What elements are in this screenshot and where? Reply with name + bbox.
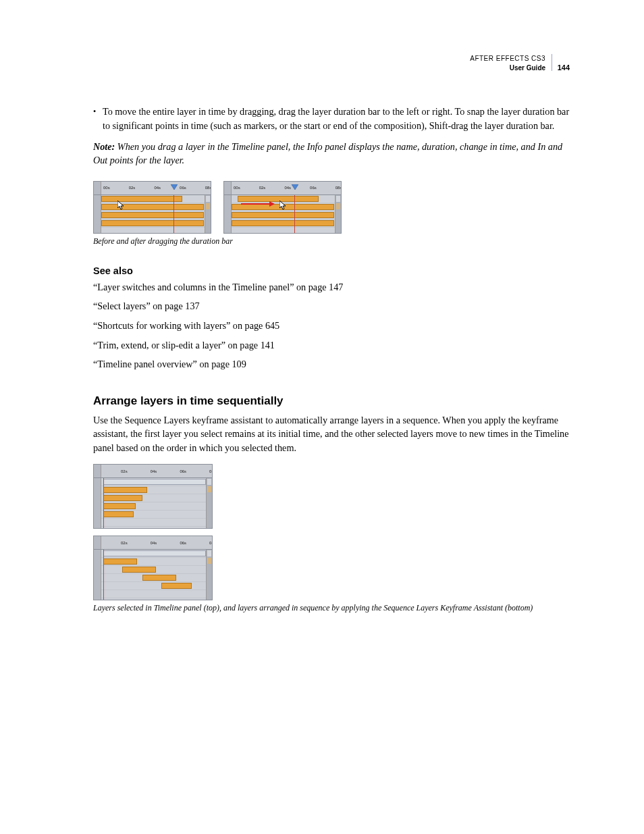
tick-label: 04s <box>154 186 161 190</box>
tick-label: 00s <box>103 186 110 190</box>
time-ruler: 00s 02s 04s 06s 08s <box>224 182 341 195</box>
page-number: 144 <box>558 63 570 72</box>
side-column <box>205 195 211 234</box>
body-paragraph: Use the Sequence Layers keyframe assista… <box>93 413 570 455</box>
cursor-icon <box>279 201 287 210</box>
svg-marker-0 <box>171 184 178 190</box>
tick-label: 04s <box>284 186 291 190</box>
layer-bar <box>103 495 142 501</box>
cti-marker-icon <box>171 182 178 188</box>
layer-bar <box>103 503 136 509</box>
tick-label: 08s <box>209 469 213 473</box>
bullet-marker: • <box>93 105 103 132</box>
tick-label: 02s <box>259 186 266 190</box>
figure-caption: Before and after dragging the duration b… <box>93 236 570 246</box>
see-also-link[interactable]: “Shortcuts for working with layers” on p… <box>93 319 570 333</box>
layer-bar-unselected <box>103 550 206 556</box>
see-also-link[interactable]: “Select layers” on page 137 <box>93 299 570 313</box>
side-column <box>206 478 212 529</box>
cti-line <box>103 478 104 529</box>
cursor-icon <box>117 201 125 210</box>
note-paragraph: Note: When you drag a layer in the Timel… <box>93 140 570 167</box>
bullet-item: • To move the entire layer in time by dr… <box>93 105 570 132</box>
tick-label: 06s <box>180 186 186 190</box>
side-column <box>335 195 341 234</box>
layer-bar <box>232 220 334 226</box>
layer-bar <box>103 511 134 517</box>
tick-label: 08s <box>205 186 211 190</box>
cti-line <box>294 195 295 234</box>
see-also-link[interactable]: “Trim, extend, or slip-edit a layer” on … <box>93 338 570 353</box>
guide-label: User Guide <box>510 64 545 72</box>
header-rule <box>552 54 552 71</box>
layer-bar <box>142 575 176 581</box>
figure-stack-sequence: 02s 04s 06s 08s 02s 04s 06s 08s <box>93 464 570 600</box>
tick-label: 00s <box>234 186 240 190</box>
section-heading: Arrange layers in time sequentially <box>93 394 570 408</box>
tick-label: 02s <box>129 186 136 190</box>
layer-bar <box>101 196 182 202</box>
note-text: When you drag a layer in the Timeline pa… <box>93 141 562 166</box>
see-also-link[interactable]: “Layer switches and columns in the Timel… <box>93 280 570 294</box>
layer-bar <box>122 567 156 573</box>
bullet-text: To move the entire layer in time by drag… <box>103 105 570 132</box>
layer-bar <box>103 487 147 493</box>
tick-label: 04s <box>151 469 157 473</box>
time-ruler: 02s 04s 06s 08s <box>94 465 212 478</box>
figure-caption: Layers selected in Timeline panel (top),… <box>93 603 570 613</box>
tick-label: 06s <box>180 541 186 545</box>
timeline-figure-before: 00s 02s 04s 06s 08s <box>93 181 211 234</box>
layer-bar <box>101 204 204 210</box>
product-name: AFTER EFFECTS CS3 <box>470 55 545 62</box>
track-area <box>94 550 212 600</box>
cti-marker-icon <box>292 182 298 188</box>
tick-label: 06s <box>310 186 317 190</box>
timeline-figure-top: 02s 04s 06s 08s <box>93 464 213 529</box>
see-also-link[interactable]: “Timeline panel overview” on page 109 <box>93 357 570 371</box>
cti-line <box>103 550 104 600</box>
tick-label: 02s <box>121 541 128 545</box>
layer-bar <box>103 558 137 565</box>
cti-line <box>173 195 174 234</box>
layer-bar-unselected <box>103 479 206 485</box>
tick-label: 06s <box>180 469 186 473</box>
figure-row-before-after: 00s 02s 04s 06s 08s <box>93 181 570 234</box>
tick-label: 02s <box>121 469 128 473</box>
track-area <box>94 195 211 234</box>
note-label: Note: <box>93 141 115 152</box>
layer-bar <box>101 220 204 226</box>
side-column <box>206 550 212 600</box>
layer-bar <box>232 212 334 218</box>
svg-marker-1 <box>292 184 298 190</box>
drag-arrow-icon <box>241 197 275 203</box>
tick-label: 08s <box>336 186 342 190</box>
time-ruler: 02s 04s 06s 08s <box>94 536 212 550</box>
layer-bar <box>161 583 192 589</box>
track-area <box>94 478 212 529</box>
tick-label: 08s <box>209 541 213 545</box>
page-header: AFTER EFFECTS CS3 User Guide 144 <box>93 54 570 72</box>
svg-marker-3 <box>269 201 275 207</box>
see-also-heading: See also <box>93 265 570 276</box>
timeline-figure-after: 00s 02s 04s 06s 08s <box>223 181 342 234</box>
timeline-figure-bottom: 02s 04s 06s 08s <box>93 536 213 600</box>
tick-label: 04s <box>151 541 157 545</box>
time-ruler: 00s 02s 04s 06s 08s <box>94 182 211 195</box>
track-area <box>224 195 341 234</box>
layer-bar <box>101 212 204 218</box>
